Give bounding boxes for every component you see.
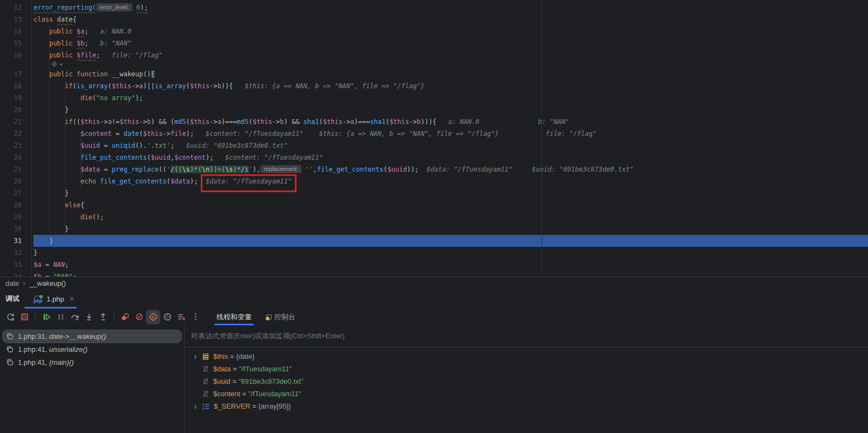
gear-icon[interactable]: [51, 61, 63, 67]
variable-value: {date}: [236, 352, 254, 360]
variable-value: "691be3c873de0.txt": [239, 377, 304, 385]
primitive-icon: 1001: [202, 378, 209, 385]
step-out-button[interactable]: [96, 311, 109, 324]
frame-row-2[interactable]: 1.php:41, {main}(): [3, 356, 181, 369]
line-number-34[interactable]: 34: [0, 271, 22, 277]
line-number-13[interactable]: 13: [0, 14, 22, 25]
code-line-13: class date{: [34, 14, 868, 25]
line-number-30[interactable]: 30: [0, 223, 22, 235]
variable-name: $content: [213, 390, 240, 398]
line-number-18[interactable]: 18: [0, 80, 22, 92]
stop-button[interactable]: [18, 311, 31, 324]
line-number-32[interactable]: 32: [0, 247, 22, 259]
line-number-23[interactable]: 23: [0, 140, 22, 152]
expand-chevron-icon[interactable]: ›: [193, 351, 198, 362]
variable-row-_SERVER[interactable]: ›12$_SERVER = {array[95]}: [185, 400, 868, 412]
close-icon[interactable]: ×: [70, 294, 74, 303]
php-file-icon: php: [34, 295, 43, 303]
line-number-17[interactable]: 17: [0, 68, 22, 80]
frame-icon: [6, 358, 14, 366]
frame-icon: [6, 345, 14, 353]
code-line-20: }: [34, 104, 868, 116]
line-number-22[interactable]: 22: [0, 128, 22, 140]
variable-row-this[interactable]: ›$this = {date}: [185, 350, 868, 363]
line-number-14[interactable]: 14: [0, 25, 22, 37]
line-number-16[interactable]: 16: [0, 49, 22, 61]
variable-row-data[interactable]: ›1001$data = "/fTuesdayam11": [185, 363, 868, 375]
pause-button[interactable]: [54, 311, 67, 324]
line-number-20[interactable]: 20: [0, 104, 22, 116]
step-out-icon: [98, 312, 108, 322]
frame-location: 1.php:31,: [18, 332, 49, 340]
frame-icon: [6, 332, 14, 340]
frame-function: date->__wakeup(): [49, 332, 106, 340]
line-number-24[interactable]: 24: [0, 152, 22, 163]
c-option-icon: C: [148, 312, 159, 322]
breadcrumb-class[interactable]: date: [5, 279, 19, 287]
pause-icon: [56, 312, 65, 322]
breadcrumb-method[interactable]: __wakeup(): [29, 279, 66, 287]
code-editor[interactable]: 1213141516171819202122232425262728293031…: [0, 0, 868, 277]
chevron-right-icon: ›: [23, 279, 25, 287]
line-number-25[interactable]: 25: [0, 163, 22, 175]
step-into-button[interactable]: [82, 311, 95, 324]
variable-row-uuid[interactable]: ›1001$uuid = "691be3c873de0.txt": [185, 375, 868, 388]
line-number-21[interactable]: 21: [0, 116, 22, 128]
line-number-12[interactable]: 12: [0, 2, 22, 14]
view-breakpoints-button[interactable]: [119, 311, 131, 324]
svg-text:1: 1: [202, 403, 205, 406]
line-number-29[interactable]: 29: [0, 211, 22, 223]
code-line-22: $content = date($this->file); $content: …: [34, 128, 868, 140]
frame-row-0[interactable]: 1.php:31, date->__wakeup(): [3, 330, 181, 343]
variable-value: {array[95]}: [259, 402, 291, 410]
editor-gutter[interactable]: 1213141516171819202122232425262728293031…: [0, 2, 22, 277]
step-over-button[interactable]: [68, 311, 81, 324]
more-vertical-icon: [191, 312, 200, 322]
debug-toolbar: C 线程和变量控制台: [0, 309, 868, 326]
more-vertical-button[interactable]: [189, 311, 202, 324]
inlay-hint-row: [34, 61, 868, 68]
frames-panel: 1.php:31, date->__wakeup()1.php:41, unse…: [0, 325, 185, 433]
frame-row-1[interactable]: 1.php:41, unserialize(): [3, 343, 181, 356]
dotted-circle-button[interactable]: [161, 311, 174, 324]
add-watch-icon: [177, 312, 186, 322]
resume-icon: [42, 312, 51, 322]
rerun-debug-icon: [6, 312, 15, 322]
code-line-33: $a = NAN;: [34, 259, 868, 271]
code-line-21: if(($this->a!=$this->b) && (md5($this->a…: [34, 116, 868, 128]
variable-row-content[interactable]: ›1001$content = "/fTuesdayam11": [185, 388, 868, 400]
line-number-19[interactable]: 19: [0, 92, 22, 104]
code-line-32: }: [34, 247, 868, 259]
variable-value: "/fTuesdayam11": [248, 390, 301, 398]
line-number-33[interactable]: 33: [0, 259, 22, 271]
resume-button[interactable]: [40, 311, 53, 324]
primitive-icon: 1001: [202, 391, 209, 397]
tab-console[interactable]: 控制台: [266, 309, 295, 325]
rerun-debug-button[interactable]: [4, 311, 17, 324]
code-line-28: else{: [34, 199, 868, 211]
line-number-26[interactable]: 26: [0, 175, 22, 187]
line-number-27[interactable]: 27: [0, 187, 22, 199]
mute-breakpoints-button[interactable]: [133, 311, 146, 324]
chevron-down-icon: [59, 62, 63, 67]
line-number-15[interactable]: 15: [0, 37, 22, 49]
svg-text:2: 2: [202, 406, 205, 410]
ide-window: 1213141516171819202122232425262728293031…: [0, 0, 868, 433]
session-tab-1php[interactable]: php 1.php ×: [29, 289, 78, 309]
line-number-28[interactable]: 28: [0, 199, 22, 211]
variable-name: $data: [213, 365, 231, 373]
line-number-31[interactable]: 31: [0, 235, 22, 247]
gutter-border: [31, 0, 32, 277]
breadcrumb: date › __wakeup(): [0, 277, 868, 289]
code-line-27: }: [34, 187, 868, 199]
expand-chevron-icon[interactable]: ›: [193, 401, 198, 411]
evaluate-expression-input[interactable]: 对表达式求值(Enter)或添加监视(Ctrl+Shift+Enter): [185, 325, 868, 347]
tab-threads-variables[interactable]: 线程和变量: [216, 309, 252, 325]
code-line-31: }: [34, 235, 868, 247]
c-option-button[interactable]: C: [147, 311, 160, 324]
variable-name: $this: [213, 352, 228, 360]
add-watch-button[interactable]: [175, 311, 188, 324]
debug-toolwindow-header: 调试 php 1.php ×: [0, 289, 868, 309]
code-line-17: public function __wakeup(){: [34, 68, 868, 80]
session-tab-label: 1.php: [47, 295, 64, 303]
